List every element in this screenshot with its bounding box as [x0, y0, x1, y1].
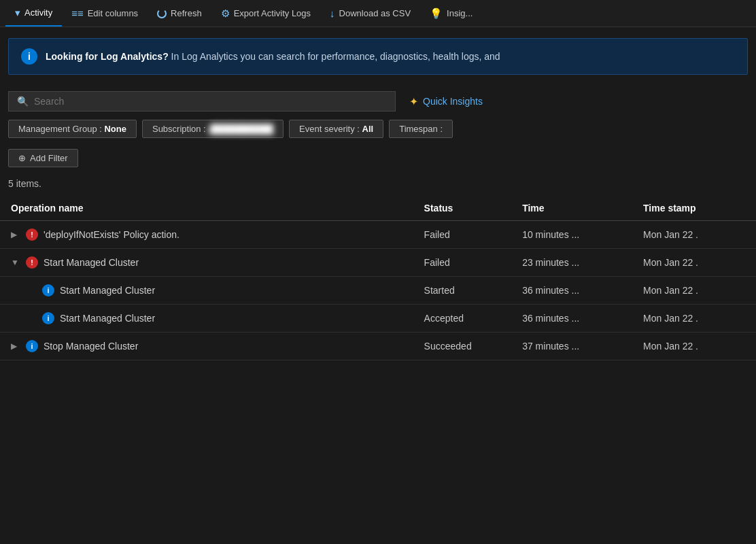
table-row[interactable]: ▶iStop Managed ClusterSucceeded37 minute… — [0, 333, 756, 360]
banner-info-icon: i — [21, 48, 37, 65]
edit-columns-label: Edit columns — [88, 8, 138, 18]
add-filter-button[interactable]: ⊕ Add Filter — [8, 149, 78, 167]
activity-chevron-icon: ▾ — [15, 7, 20, 19]
table-row[interactable]: iStart Managed ClusterAccepted36 minutes… — [0, 305, 756, 333]
error-status-icon: ! — [26, 228, 38, 241]
toolbar-activity[interactable]: ▾ Activity — [5, 0, 62, 27]
filter-timespan[interactable]: Timespan : — [389, 120, 453, 138]
export-label: Export Activity Logs — [234, 8, 311, 18]
time-cell: 37 minutes ... — [514, 333, 635, 360]
time-cell: 23 minutes ... — [514, 249, 635, 277]
filter-subscription[interactable]: Subscription : j██████████ — [142, 120, 284, 138]
info-status-icon: i — [42, 284, 54, 296]
col-header-timestamp: Time stamp — [635, 196, 756, 221]
quick-insights-button[interactable]: ✦ Quick Insights — [409, 95, 483, 108]
banner-title: Looking for Log Analytics? — [46, 51, 169, 62]
log-analytics-banner: i Looking for Log Analytics? In Log Anal… — [8, 38, 748, 75]
refresh-label: Refresh — [171, 8, 202, 18]
time-cell: 36 minutes ... — [514, 305, 635, 333]
item-count: 5 items. — [0, 173, 756, 192]
insights-label: Insig... — [447, 8, 472, 18]
banner-text: Looking for Log Analytics? In Log Analyt… — [46, 51, 500, 62]
op-name-cell: ▼!Start Managed Cluster — [0, 249, 416, 277]
timestamp-cell: Mon Jan 22 . — [635, 305, 756, 333]
operation-name-text: Stop Managed Cluster — [44, 341, 138, 352]
add-filter-row: ⊕ Add Filter — [0, 143, 756, 173]
toolbar: ▾ Activity ≡≡ Edit columns Refresh ⚙ Exp… — [0, 0, 756, 27]
download-label: Download as CSV — [339, 8, 411, 18]
operation-name-text: Start Managed Cluster — [60, 313, 155, 324]
op-name-cell: ▶iStop Managed Cluster — [0, 333, 416, 360]
status-cell: Failed — [416, 249, 515, 277]
status-cell: Accepted — [416, 305, 515, 333]
col-header-status: Status — [416, 196, 515, 221]
expand-icon[interactable]: ▶ — [11, 230, 20, 239]
status-cell: Succeeded — [416, 333, 515, 360]
toolbar-refresh[interactable]: Refresh — [148, 0, 211, 27]
edit-columns-icon: ≡≡ — [71, 7, 84, 19]
col-header-time: Time — [514, 196, 635, 221]
table-row[interactable]: ▶!'deployIfNotExists' Policy action.Fail… — [0, 221, 756, 249]
timestamp-cell: Mon Jan 22 . — [635, 333, 756, 360]
timestamp-cell: Mon Jan 22 . — [635, 221, 756, 249]
error-status-icon: ! — [26, 256, 38, 269]
op-name-cell: ▶!'deployIfNotExists' Policy action. — [0, 221, 416, 249]
filter-row: Management Group : None Subscription : j… — [0, 117, 756, 143]
status-cell: Failed — [416, 221, 515, 249]
expand-icon[interactable]: ▶ — [11, 341, 20, 351]
activity-label: Activity — [24, 7, 52, 18]
toolbar-export-activity-logs[interactable]: ⚙ Export Activity Logs — [211, 0, 320, 27]
insights-bulb-icon: 💡 — [430, 7, 443, 20]
quick-insights-icon: ✦ — [409, 95, 418, 108]
filter-management-group[interactable]: Management Group : None — [8, 120, 137, 138]
status-cell: Started — [416, 277, 515, 305]
time-cell: 10 minutes ... — [514, 221, 635, 249]
search-input[interactable] — [34, 96, 387, 107]
info-status-icon: i — [42, 312, 54, 324]
banner-body: In Log Analytics you can search for perf… — [171, 51, 500, 62]
download-icon: ↓ — [330, 7, 335, 19]
operation-name-text: 'deployIfNotExists' Policy action. — [44, 229, 179, 240]
export-icon: ⚙ — [221, 7, 230, 20]
refresh-icon — [157, 9, 167, 18]
collapse-icon[interactable]: ▼ — [11, 258, 20, 267]
timestamp-cell: Mon Jan 22 . — [635, 277, 756, 305]
table-row[interactable]: iStart Managed ClusterStarted36 minutes … — [0, 277, 756, 305]
filter-event-severity[interactable]: Event severity : All — [289, 120, 383, 138]
add-filter-icon: ⊕ — [18, 153, 26, 163]
toolbar-insights[interactable]: 💡 Insig... — [420, 0, 482, 27]
activity-table: Operation name Status Time Time stamp ▶!… — [0, 196, 756, 360]
timestamp-cell: Mon Jan 22 . — [635, 249, 756, 277]
time-cell: 36 minutes ... — [514, 277, 635, 305]
table-header-row: Operation name Status Time Time stamp — [0, 196, 756, 221]
operation-name-text: Start Managed Cluster — [44, 257, 139, 268]
toolbar-edit-columns[interactable]: ≡≡ Edit columns — [62, 0, 148, 27]
add-filter-label: Add Filter — [30, 153, 68, 163]
col-header-op-name: Operation name — [0, 196, 416, 221]
search-row: 🔍 ✦ Quick Insights — [0, 83, 756, 117]
info-status-icon: i — [26, 340, 38, 352]
search-icon: 🔍 — [17, 96, 29, 107]
quick-insights-label: Quick Insights — [423, 96, 483, 107]
search-box[interactable]: 🔍 — [8, 91, 396, 112]
op-name-cell: iStart Managed Cluster — [0, 277, 416, 305]
operation-name-text: Start Managed Cluster — [60, 285, 155, 296]
op-name-cell: iStart Managed Cluster — [0, 305, 416, 333]
toolbar-download-csv[interactable]: ↓ Download as CSV — [320, 0, 420, 27]
table-row[interactable]: ▼!Start Managed ClusterFailed23 minutes … — [0, 249, 756, 277]
